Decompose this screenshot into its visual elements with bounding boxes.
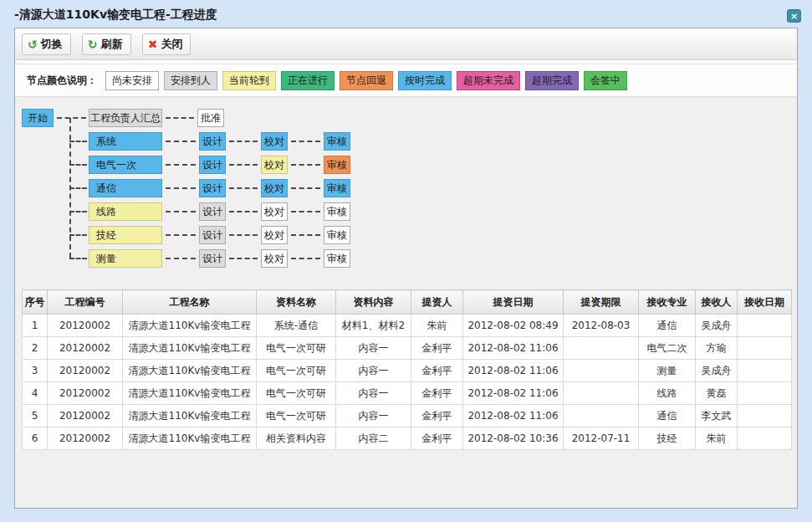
table-header-cell: 提资日期 [463,290,564,315]
table-row[interactable]: 220120002清源大道110Kv输变电工程电气一次可研内容一金利平2012-… [23,337,792,360]
flow-node[interactable]: 测量 [89,249,162,268]
switch-button[interactable]: ↺ 切换 [22,33,71,55]
flow-connector [291,234,320,236]
legend-badge-ontime: 按时完成 [398,71,452,90]
close-icon: × [790,11,798,22]
content-area: 开始工程负责人汇总批准系统设计校对审核电气一次设计校对审核通信设计校对审核线路设… [15,97,797,508]
flow-node[interactable]: 审核 [324,156,350,174]
table-header-cell: 工程名称 [123,290,257,315]
table-cell: 系统-通信 [257,315,336,337]
legend-badge-overdue_pending: 超期未完成 [457,71,520,90]
legend-badge-overdue_done: 超期完成 [525,71,579,90]
table-row[interactable]: 520120002清源大道110Kv输变电工程电气一次可研内容一金利平2012-… [23,405,792,427]
table-cell [738,315,792,337]
flow-node[interactable]: 校对 [261,156,288,174]
table-cell: 20120002 [48,382,123,405]
flow-connector [291,141,320,142]
table-cell: 2012-08-02 11:06 [463,405,564,427]
close-window-button[interactable]: ✖ 关闭 [142,33,192,55]
flow-node[interactable]: 技经 [89,226,162,244]
flow-node[interactable]: 校对 [261,226,288,244]
flow-node[interactable]: 设计 [199,179,226,197]
flow-node[interactable]: 审核 [324,132,350,151]
flow-node[interactable]: 校对 [261,202,288,221]
table-header-cell: 资料内容 [336,290,411,315]
table-cell: 李文武 [696,405,738,427]
table-cell: 20120002 [48,405,123,427]
flow-node[interactable]: 校对 [261,249,288,268]
refresh-button[interactable]: ↻ 刷新 [82,33,131,55]
switch-button-label: 切换 [41,37,63,52]
table-cell: 20120002 [48,427,123,450]
table-header-cell: 序号 [23,290,48,315]
flow-connector [69,141,87,142]
materials-table: 序号工程编号工程名称资料名称资料内容提资人提资日期提资期限接收专业接收人接收日期… [22,289,792,450]
table-cell: 3 [23,360,48,382]
table-cell: 内容一 [336,337,411,360]
flow-connector [166,258,196,259]
legend-badge-inprogress: 正在进行 [281,71,335,90]
flow-node[interactable]: 系统 [89,132,162,151]
table-cell: 相关资料内容 [257,427,336,450]
table-cell: 6 [23,427,48,450]
table-row[interactable]: 320120002清源大道110Kv输变电工程电气一次可研内容一金利平2012-… [23,360,792,382]
main-panel: ↺ 切换 ↻ 刷新 ✖ 关闭 节点颜色说明： 尚未安排安排到人当前轮到正在进行节… [14,28,798,509]
flow-node[interactable]: 设计 [199,202,226,221]
table-row[interactable]: 620120002清源大道110Kv输变电工程相关资料内容内容二金利平2012-… [23,427,792,450]
table-cell: 电气一次可研 [257,360,336,382]
flow-node[interactable]: 电气一次 [89,156,162,174]
table-cell: 2012-08-02 11:06 [463,382,564,405]
flow-node[interactable]: 通信 [89,179,162,197]
table-cell: 清源大道110Kv输变电工程 [123,337,257,360]
flow-node[interactable]: 设计 [199,132,226,151]
flow-node[interactable]: 工程负责人汇总 [89,109,162,127]
flow-node[interactable]: 校对 [261,132,288,151]
table-cell: 内容二 [336,427,411,450]
flow-node[interactable]: 校对 [261,179,288,197]
table-cell: 材料1、材料2 [336,315,411,337]
flow-connector [229,234,258,236]
close-window-button-label: 关闭 [161,37,182,52]
table-cell: 技经 [639,427,696,450]
legend-badge-assigned: 安排到人 [164,71,217,90]
table-cell: 2012-08-02 10:36 [463,427,564,450]
table-cell: 金利平 [411,337,463,360]
table-header-cell: 资料名称 [257,290,336,315]
table-cell: 电气二次 [639,337,696,360]
table-cell: 金利平 [411,405,463,427]
legend-badge-current: 当前轮到 [222,71,276,90]
table-cell: 金利平 [411,382,463,405]
table-cell: 2012-08-02 08:49 [463,315,564,337]
flow-node[interactable]: 审核 [324,202,350,221]
table-cell: 内容一 [336,405,411,427]
table-cell: 20120002 [48,360,123,382]
flow-connector [166,234,196,236]
table-cell: 清源大道110Kv输变电工程 [123,405,257,427]
flow-node[interactable]: 开始 [22,109,54,127]
table-header-cell: 接收人 [696,290,738,315]
flow-node[interactable]: 审核 [324,179,350,197]
table-row[interactable]: 420120002清源大道110Kv输变电工程电气一次可研内容一金利平2012-… [23,382,792,405]
window-close-button[interactable]: × [787,9,801,23]
flow-connector [291,211,320,212]
flow-node[interactable]: 设计 [199,226,226,244]
flow-node[interactable]: 审核 [324,226,350,244]
flow-connector [291,187,320,189]
table-header-cell: 工程编号 [48,290,123,315]
flow-node[interactable]: 设计 [199,249,226,268]
flow-node[interactable]: 线路 [89,202,162,221]
flow-node[interactable]: 审核 [324,249,350,268]
close-x-icon: ✖ [148,38,158,50]
flow-node[interactable]: 批准 [197,109,224,127]
table-cell: 内容一 [336,382,411,405]
flow-connector [229,211,258,212]
flow-connector [69,187,87,189]
table-header-cell: 提资期限 [564,290,639,315]
table-cell: 朱前 [411,315,463,337]
table-row[interactable]: 120120002清源大道110Kv输变电工程系统-通信材料1、材料2朱前201… [23,315,792,337]
table-cell: 吴成舟 [696,360,738,382]
flow-node[interactable]: 设计 [199,156,226,174]
flow-connector [291,164,320,166]
table-cell [564,405,639,427]
table-cell: 4 [23,382,48,405]
